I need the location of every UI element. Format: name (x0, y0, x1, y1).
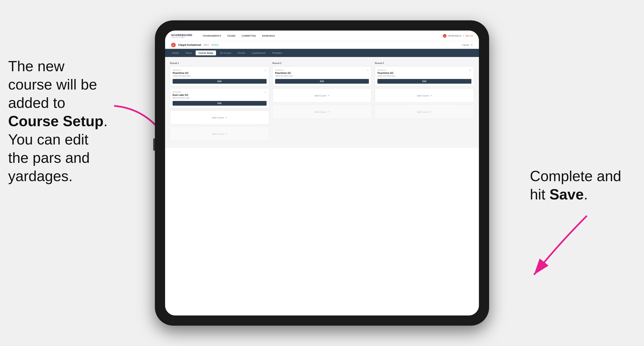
round2-add-course-disabled-label: Add Course + (315, 110, 330, 113)
round1-course-a-edit-button[interactable]: Edit (172, 79, 266, 84)
nav-tournaments[interactable]: TOURNAMENTS (202, 34, 221, 38)
round1-course-b-name: East Lake GC (172, 94, 266, 96)
tournament-status: Hosting (211, 44, 218, 46)
round-1-label: Round 1 (170, 62, 269, 64)
tab-tee-groups[interactable]: Tee Groups (217, 50, 234, 55)
round2-course-a-card: ⊡ (Course A) Peachtree GC Yellow (M) (66… (272, 66, 372, 86)
annotation-line6: yardages. (8, 168, 72, 184)
tab-printables[interactable]: Printables (269, 50, 285, 55)
tabs-bar: Details Teams Course Setup Tee Groups Re… (165, 49, 479, 57)
tournament-name: Clippd Invitational (178, 43, 201, 46)
annotation-right-line1: Complete and (530, 168, 621, 184)
annotation-right-line2: hit (530, 186, 550, 202)
nav-rankings[interactable]: RANKINGS (262, 34, 275, 38)
round1-add-course-button[interactable]: Add Course + (170, 110, 269, 125)
top-nav: SCOREBOARD Powered by clippd TOURNAMENTS… (165, 30, 479, 41)
tablet-side-button (153, 138, 155, 151)
round-3-column: Round 3 ⊡ (Course A) Peachtree GC Yellow… (375, 62, 474, 143)
round3-course-a-name: Peachtree GC (378, 72, 472, 74)
round3-course-a-badge: (Course A) (378, 69, 472, 71)
round2-add-course-label: Add Course + (315, 94, 330, 97)
round3-add-course-label: Add Course + (417, 94, 432, 97)
annotation-bold: Course Setup (8, 113, 104, 129)
round-3-label: Round 3 (375, 62, 474, 64)
round2-course-a-badge: (Course A) (275, 69, 369, 71)
round3-course-a-info: Yellow (M) (6629 yds) (378, 75, 472, 77)
round2-course-a-info: Yellow (M) (6629 yds) (275, 75, 369, 77)
round1-course-b-delete-icon[interactable]: ⊡ (264, 91, 267, 94)
nav-committee[interactable]: COMMITTEE (242, 34, 256, 38)
tab-leaderboards[interactable]: Leaderboards (249, 50, 268, 55)
round-2-label: Round 2 (272, 62, 372, 64)
tab-teams[interactable]: Teams (182, 50, 195, 55)
round3-add-course-disabled-label: Add Course + (417, 110, 432, 113)
tablet-screen: SCOREBOARD Powered by clippd TOURNAMENTS… (165, 30, 479, 316)
round3-add-course-disabled: Add Course + (375, 105, 474, 119)
nav-teams[interactable]: TEAMS (227, 34, 236, 38)
brand-title: SCOREBOARD (171, 34, 192, 37)
round3-course-a-delete-icon[interactable]: ⊡ (468, 69, 472, 72)
tournament-logo: C (171, 43, 176, 47)
right-arrow (522, 212, 603, 285)
round-2-column: Round 2 ⊡ (Course A) Peachtree GC Yellow… (272, 62, 372, 143)
round1-course-a-badge: (Course A) (172, 69, 266, 71)
round1-add-course-label: Add Course + (212, 116, 227, 119)
annotation-line1: The new (8, 58, 64, 74)
round2-add-course-button[interactable]: Add Course + (272, 88, 372, 103)
nav-separator: | (463, 35, 464, 37)
round1-course-a-name: Peachtree GC (172, 72, 266, 74)
user-email: blair@clippd.io (448, 35, 462, 37)
brand-subtitle: Powered by clippd (171, 37, 192, 38)
content-area: Round 1 ⊡ (Course A) Peachtree GC Yellow… (165, 57, 479, 148)
round1-course-a-delete-icon[interactable]: ⊡ (264, 69, 267, 72)
round1-add-course-disabled: Add Course + (170, 127, 269, 141)
round1-add-course-disabled-label: Add Course + (212, 132, 227, 135)
round-1-column: Round 1 ⊡ (Course A) Peachtree GC Yellow… (170, 62, 269, 143)
round2-course-a-name: Peachtree GC (275, 72, 369, 74)
round1-course-b-edit-button[interactable]: Edit (172, 101, 266, 106)
round1-course-b-card: ⊡ (Course B) East Lake GC Black (M) (689… (170, 88, 269, 108)
tournament-gender: (Men) (204, 44, 209, 46)
round3-add-course-button[interactable]: Add Course + (375, 88, 474, 103)
round1-course-b-badge: (Course B) (172, 91, 266, 93)
rounds-row: Round 1 ⊡ (Course A) Peachtree GC Yellow… (170, 62, 474, 143)
right-annotation: Complete and hit Save. (530, 167, 628, 203)
tab-details[interactable]: Details (169, 50, 182, 55)
round2-add-course-disabled: Add Course + (272, 105, 372, 119)
annotation-line2: course will be (8, 76, 97, 93)
tablet-shell: SCOREBOARD Powered by clippd TOURNAMENTS… (155, 20, 489, 326)
tab-course-setup[interactable]: Course Setup (196, 50, 216, 55)
brand: SCOREBOARD Powered by clippd (171, 34, 192, 38)
tab-results[interactable]: Results (235, 50, 248, 55)
round2-course-a-edit-button[interactable]: Edit (275, 79, 369, 84)
annotation-right-bold: Save (550, 186, 584, 202)
round3-course-a-edit-button[interactable]: Edit (378, 79, 472, 84)
tournament-bar: C Clippd Invitational (Men) Hosting Canc… (165, 41, 479, 49)
round1-course-a-info: Yellow (M) (6629 yds) (172, 75, 266, 77)
round2-course-a-delete-icon[interactable]: ⊡ (366, 69, 369, 72)
round3-course-a-card: ⊡ (Course A) Peachtree GC Yellow (M) (66… (375, 66, 474, 86)
annotation-line4: You can edit (8, 131, 88, 148)
nav-user: b blair@clippd.io | Sign out (443, 34, 473, 38)
annotation-line3: added to (8, 95, 65, 111)
avatar: b (443, 34, 446, 38)
annotation-line5: the pars and (8, 150, 90, 166)
round1-course-b-info: Black (M) (6891 yds) (172, 97, 266, 99)
cancel-x-icon: ✕ (470, 43, 473, 46)
cancel-button[interactable]: Cancel ✕ (462, 43, 473, 46)
sign-out-link[interactable]: Sign out (465, 35, 473, 37)
round1-course-a-card: ⊡ (Course A) Peachtree GC Yellow (M) (66… (170, 66, 269, 86)
